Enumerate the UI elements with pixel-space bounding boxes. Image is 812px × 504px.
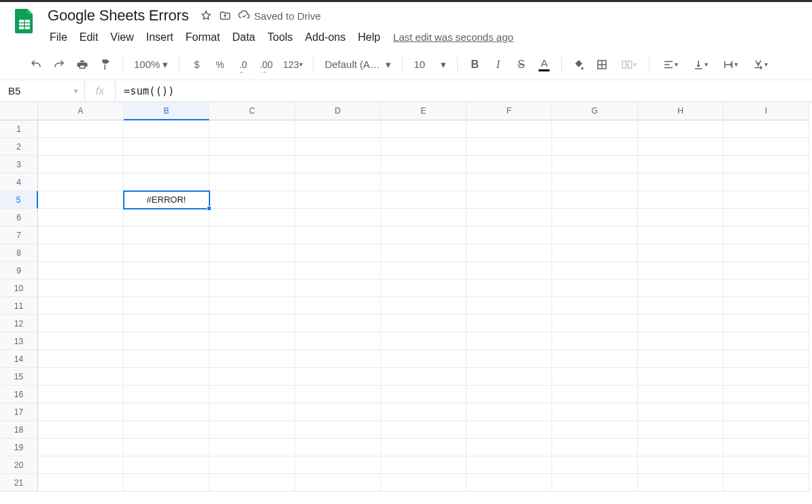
row-header-6[interactable]: 6: [0, 209, 38, 226]
doc-status[interactable]: Saved to Drive: [238, 10, 321, 22]
cell-E13[interactable]: [381, 333, 467, 350]
cell-F10[interactable]: [467, 280, 552, 297]
cell-B3[interactable]: [124, 156, 209, 173]
star-icon[interactable]: [200, 10, 212, 22]
cell-C16[interactable]: [209, 386, 295, 403]
cell-C14[interactable]: [209, 350, 295, 368]
cell-E11[interactable]: [381, 297, 467, 315]
cell-G11[interactable]: [552, 297, 638, 315]
cell-E18[interactable]: [381, 421, 467, 439]
cell-B19[interactable]: [124, 439, 209, 456]
cell-F15[interactable]: [467, 368, 552, 386]
horizontal-align-dropdown[interactable]: ▾: [656, 54, 683, 75]
cell-H5[interactable]: [638, 191, 724, 209]
cell-H4[interactable]: [638, 173, 724, 191]
cell-I6[interactable]: [724, 209, 809, 226]
col-header-A[interactable]: A: [38, 102, 124, 120]
col-header-H[interactable]: H: [638, 102, 724, 120]
menu-data[interactable]: Data: [226, 29, 261, 46]
cell-G7[interactable]: [552, 226, 638, 244]
menu-file[interactable]: File: [44, 29, 73, 46]
text-rotation-dropdown[interactable]: ▾: [746, 54, 773, 75]
cell-A19[interactable]: [38, 439, 124, 456]
cell-D15[interactable]: [295, 368, 381, 386]
cell-G2[interactable]: [552, 138, 638, 156]
cell-H13[interactable]: [638, 333, 724, 350]
row-header-21[interactable]: 21: [0, 474, 38, 492]
cell-D18[interactable]: [295, 421, 381, 439]
cell-E8[interactable]: [381, 244, 467, 262]
row-header-8[interactable]: 8: [0, 244, 38, 262]
cell-A2[interactable]: [38, 138, 124, 156]
cell-B16[interactable]: [124, 386, 209, 403]
row-header-1[interactable]: 1: [0, 120, 38, 138]
col-header-F[interactable]: F: [467, 102, 552, 120]
cell-C3[interactable]: [209, 156, 295, 173]
cell-C7[interactable]: [209, 226, 295, 244]
cell-C11[interactable]: [209, 297, 295, 315]
cell-A12[interactable]: [38, 315, 124, 333]
cell-B15[interactable]: [124, 368, 209, 386]
cell-B20[interactable]: [124, 456, 209, 474]
row-header-2[interactable]: 2: [0, 138, 38, 156]
menu-help[interactable]: Help: [352, 29, 386, 46]
col-header-E[interactable]: E: [381, 102, 467, 120]
cell-I15[interactable]: [724, 368, 809, 386]
col-header-C[interactable]: C: [209, 102, 295, 120]
cell-C13[interactable]: [209, 333, 295, 350]
cell-E16[interactable]: [381, 386, 467, 403]
cell-F19[interactable]: [467, 439, 552, 456]
cell-H21[interactable]: [638, 474, 724, 492]
cell-A16[interactable]: [38, 386, 124, 403]
cell-A7[interactable]: [38, 226, 124, 244]
row-header-3[interactable]: 3: [0, 156, 38, 173]
cell-F12[interactable]: [467, 315, 552, 333]
cell-G12[interactable]: [552, 315, 638, 333]
currency-button[interactable]: $: [186, 54, 207, 75]
row-header-19[interactable]: 19: [0, 439, 38, 456]
cell-C9[interactable]: [209, 262, 295, 280]
cell-A9[interactable]: [38, 262, 124, 280]
cell-C6[interactable]: [209, 209, 295, 226]
menu-edit[interactable]: Edit: [73, 29, 105, 46]
cell-I2[interactable]: [724, 138, 809, 156]
cell-I8[interactable]: [724, 244, 809, 262]
cell-C8[interactable]: [209, 244, 295, 262]
cell-B6[interactable]: [124, 209, 209, 226]
col-header-G[interactable]: G: [552, 102, 638, 120]
cell-E6[interactable]: [381, 209, 467, 226]
menu-tools[interactable]: Tools: [261, 29, 299, 46]
cell-G14[interactable]: [552, 350, 638, 368]
cell-G3[interactable]: [552, 156, 638, 173]
document-title[interactable]: Google Sheets Errors: [44, 5, 193, 26]
cell-A3[interactable]: [38, 156, 124, 173]
cell-D21[interactable]: [295, 474, 381, 492]
cell-C5[interactable]: [209, 191, 295, 209]
cell-F3[interactable]: [467, 156, 552, 173]
cell-F14[interactable]: [467, 350, 552, 368]
cell-B1[interactable]: [124, 120, 209, 138]
cell-H19[interactable]: [638, 439, 724, 456]
cell-A14[interactable]: [38, 350, 124, 368]
cell-G16[interactable]: [552, 386, 638, 403]
menu-addons[interactable]: Add-ons: [299, 29, 352, 46]
cell-H15[interactable]: [638, 368, 724, 386]
undo-button[interactable]: [26, 54, 46, 75]
cell-I21[interactable]: [724, 474, 809, 492]
cell-A15[interactable]: [38, 368, 124, 386]
row-header-4[interactable]: 4: [0, 173, 38, 191]
cell-H6[interactable]: [638, 209, 724, 226]
cell-I9[interactable]: [724, 262, 809, 280]
cell-A21[interactable]: [38, 474, 124, 492]
cell-I14[interactable]: [724, 350, 809, 368]
cell-I10[interactable]: [724, 280, 809, 297]
cell-A6[interactable]: [38, 209, 124, 226]
cell-E10[interactable]: [381, 280, 467, 297]
cell-H10[interactable]: [638, 280, 724, 297]
cell-F17[interactable]: [467, 403, 552, 421]
cell-I3[interactable]: [724, 156, 809, 173]
cell-I16[interactable]: [724, 386, 809, 403]
row-header-17[interactable]: 17: [0, 403, 38, 421]
cell-D14[interactable]: [295, 350, 381, 368]
cell-A10[interactable]: [38, 280, 124, 297]
